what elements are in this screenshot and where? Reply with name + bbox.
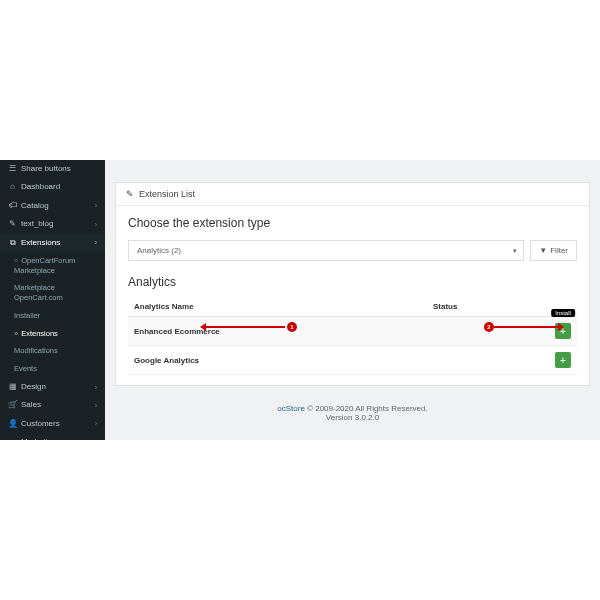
panel-header: ✎ Extension List (116, 183, 589, 206)
sidebar-sub-events[interactable]: Events (0, 360, 105, 378)
install-tooltip: Install (551, 309, 575, 317)
filter-label: Filter (550, 246, 568, 255)
chevron-right-icon: › (95, 401, 97, 410)
row-name: Google Analytics (134, 356, 199, 365)
sidebar-item-customers[interactable]: 👤Customers › (0, 415, 105, 433)
sidebar-item-dashboard[interactable]: ⌂Dashboard (0, 178, 105, 196)
cart-icon: 🛒 (8, 400, 17, 410)
row-name: Enhanced Ecommerce (134, 327, 220, 336)
choose-title: Choose the extension type (128, 216, 577, 230)
filter-icon: ▼ (539, 246, 547, 255)
extension-type-select[interactable]: Analytics (2) (128, 240, 524, 261)
col-name: Analytics Name (128, 297, 427, 317)
pencil-icon: ✎ (8, 219, 17, 229)
user-icon: 👤 (8, 419, 17, 429)
footer-version: Version 3.0.2.0 (326, 413, 379, 422)
dashboard-icon: ⌂ (8, 182, 17, 192)
sidebar-item-text-blog[interactable]: ✎text_blog › (0, 215, 105, 233)
chevron-right-icon: › (95, 201, 97, 210)
chevron-right-icon: › (95, 383, 97, 392)
sidebar-item-label: Design (21, 382, 46, 392)
row-status (427, 317, 537, 346)
sidebar-item-marketing[interactable]: ‹Marketing › (0, 433, 105, 440)
sidebar-sub-installer[interactable]: Installer (0, 307, 105, 325)
chevron-right-icon: › (95, 238, 97, 247)
plus-icon: + (560, 355, 566, 366)
footer: ocStore © 2009-2020 All Rights Reserved.… (105, 396, 600, 430)
pencil-icon: ✎ (126, 189, 134, 199)
chevron-right-icon: › (95, 220, 97, 229)
sidebar-item-share-buttons[interactable]: ☰Share buttons (0, 160, 105, 178)
breadcrumb: Extensions (105, 160, 600, 182)
puzzle-icon: ⧉ (8, 238, 17, 248)
table-row: Google Analytics + (128, 346, 577, 375)
sidebar-sub-marketplace[interactable]: Marketplace OpenCart.com (0, 279, 105, 307)
sidebar-item-catalog[interactable]: 🏷Catalog › (0, 197, 105, 215)
share-icon: ‹ (8, 437, 17, 440)
sidebar-item-label: Catalog (21, 201, 49, 211)
footer-brand[interactable]: ocStore (277, 404, 305, 413)
panel-header-title: Extension List (139, 189, 195, 199)
design-icon: ▦ (8, 382, 17, 392)
plus-icon: + (560, 326, 566, 337)
chevron-right-icon: › (95, 419, 97, 428)
table-row: Enhanced Ecommerce Install + (128, 317, 577, 346)
sidebar-item-design[interactable]: ▦Design › (0, 378, 105, 396)
sidebar-sub-opencartforum[interactable]: »OpenCartForum Marketplace (0, 252, 105, 280)
main-content: Extensions ✎ Extension List Choose the e… (105, 160, 600, 440)
extension-panel: ✎ Extension List Choose the extension ty… (115, 182, 590, 386)
sidebar-item-label: Customers (21, 419, 60, 429)
install-button[interactable]: Install + (555, 323, 571, 339)
sidebar-sub-extensions[interactable]: »Extensions (0, 325, 105, 343)
sidebar-item-label: Marketing (21, 437, 56, 440)
sidebar-item-label: Dashboard (21, 182, 60, 192)
install-button[interactable]: + (555, 352, 571, 368)
col-status: Status (427, 297, 537, 317)
select-value: Analytics (2) (137, 246, 181, 255)
sidebar: ☰Share buttons ⌂Dashboard 🏷Catalog › ✎te… (0, 160, 105, 440)
sidebar-item-label: Sales (21, 400, 41, 410)
sidebar-item-extensions[interactable]: ⧉Extensions › (0, 234, 105, 252)
footer-rights: © 2009-2020 All Rights Reserved. (307, 404, 428, 413)
sidebar-sub-modifications[interactable]: Modifications (0, 342, 105, 360)
sidebar-item-label: Share buttons (21, 164, 71, 174)
sidebar-item-label: text_blog (21, 219, 53, 229)
chevron-right-icon: › (95, 438, 97, 440)
sidebar-item-sales[interactable]: 🛒Sales › (0, 396, 105, 414)
analytics-table: Analytics Name Status Enhanced Ecommerce… (128, 297, 577, 375)
section-title: Analytics (128, 275, 577, 289)
menu-icon: ☰ (8, 164, 17, 174)
filter-button[interactable]: ▼ Filter (530, 240, 577, 261)
row-status (427, 346, 537, 375)
sidebar-item-label: Extensions (21, 238, 60, 248)
tag-icon: 🏷 (8, 201, 17, 211)
